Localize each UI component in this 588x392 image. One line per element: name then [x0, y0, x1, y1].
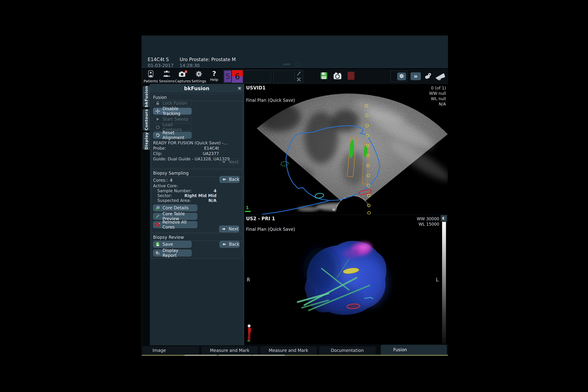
help-button[interactable]: ? Help	[206, 70, 223, 83]
tab-measure-and-mark-1[interactable]: Measure and Mark	[202, 346, 258, 354]
pencil-icon[interactable]	[296, 71, 302, 77]
expand-toolbar-button[interactable]: »	[410, 72, 421, 80]
biopsy-sampling-label: Biopsy Sampling	[153, 171, 189, 176]
disable-tracking-button[interactable]: Disable Tracking	[153, 108, 192, 114]
display-report-button[interactable]: Display Report	[153, 250, 192, 256]
arrow-right-icon	[221, 226, 226, 232]
remove-all-cores-label: Remove All Cores	[162, 220, 195, 230]
clear-annotation-icon[interactable]	[296, 77, 302, 83]
core-details-button[interactable]: Core Details	[153, 204, 197, 211]
toolbar-settings-button[interactable]	[397, 72, 406, 80]
brightness-icon[interactable]	[441, 215, 447, 222]
lock-fusion-button[interactable]: Lock Fusion	[153, 100, 192, 106]
divider-highlight	[184, 355, 217, 356]
patients-button[interactable]: Patients	[142, 70, 159, 83]
tab-image[interactable]: Image	[143, 346, 199, 354]
tab-documentation[interactable]: Documentation	[319, 346, 376, 354]
clip-value: UA2377	[187, 151, 219, 156]
ultrasound-image	[245, 84, 448, 214]
tab-fusion[interactable]: Fusion	[381, 345, 447, 355]
indicator-square	[288, 64, 290, 65]
settings-button[interactable]: Settings	[190, 70, 208, 83]
sampling-back-button[interactable]: Back	[220, 176, 240, 183]
remove-all-cores-button[interactable]: Remove All Cores	[153, 221, 197, 228]
prostate-3d-render	[245, 215, 448, 344]
target-contour	[280, 161, 289, 166]
side-tab-display[interactable]: Display	[143, 132, 150, 150]
sampling-back-label: Back	[229, 177, 239, 182]
load-contours-button[interactable]: Load Contours	[153, 124, 192, 130]
sessions-button[interactable]: Sessions	[158, 70, 175, 83]
cores-label: Cores::	[153, 178, 168, 183]
side-tab-bkfusion[interactable]: bkFusion	[143, 86, 150, 108]
biopsy-review-label: Biopsy Review	[153, 235, 184, 240]
exam-time: 14:28:30	[180, 63, 200, 68]
app-window: E14C4t S Uro Prostate: Prostate M 01-03-…	[142, 36, 448, 356]
us2-wl: WL 15000	[417, 222, 439, 227]
capture-thumb-6[interactable]: 6	[232, 70, 243, 83]
gear-icon	[195, 70, 203, 78]
exam-type: Uro Prostate: Prostate M	[180, 57, 236, 62]
biopsy-review-section: Biopsy Review Save Back Display Report	[151, 234, 242, 258]
us1-frame-count: 0 (of 1)	[429, 85, 446, 91]
reset-alignment-button[interactable]: Reset Alignment	[153, 132, 192, 139]
captures-badge: 1	[185, 70, 187, 73]
crosshair-icon	[155, 108, 160, 114]
start-sweep-button[interactable]: Start Sweep	[153, 116, 192, 122]
sessions-label: Sessions	[159, 79, 174, 83]
sector-label: Sector:	[157, 193, 172, 198]
core-details-label: Core Details	[162, 206, 188, 210]
panel-title: bkFusion	[150, 86, 244, 92]
play-icon	[155, 116, 160, 122]
patient-flag: S	[166, 57, 169, 62]
review-back-label: Back	[229, 242, 239, 247]
tab-fusion-label: Fusion	[393, 347, 407, 352]
bottom-tab-bar: Image Measure and Mark Measure and Mark …	[142, 345, 448, 355]
snapshot-button[interactable]	[333, 72, 342, 81]
us1-na: N/A	[429, 102, 446, 107]
close-icon[interactable]: ✖	[238, 86, 242, 91]
indicator-square	[286, 64, 288, 65]
lock-fusion-label: Lock Fusion	[162, 101, 187, 106]
sampling-next-button[interactable]: Next	[219, 226, 239, 232]
save-image-button[interactable]	[320, 72, 328, 81]
fusion-next-button[interactable]: Next	[219, 158, 239, 165]
save-button[interactable]: Save	[153, 241, 192, 248]
needle-icon	[155, 214, 160, 219]
us2-info: WW 30000 WL 15000	[417, 216, 439, 227]
clip-label: Clip:	[153, 151, 162, 156]
sector-value: Right Mid Mid	[183, 193, 216, 198]
probe-icon[interactable]	[424, 72, 432, 81]
fusion-section-label: Fusion	[153, 95, 167, 100]
active-core-label: Active Core:	[153, 184, 178, 188]
capture-thumb-5[interactable]: 5	[224, 70, 231, 82]
capture-thumb-6-label: 6	[235, 72, 240, 81]
captures-button[interactable]: 1 Captures	[174, 70, 191, 83]
fusion-status: READY FOR FUSION (Quick Save) -...	[153, 140, 227, 145]
arrow-left-icon	[222, 242, 227, 247]
side-tab-contours[interactable]: Contours	[143, 109, 150, 130]
tab-image-label: Image	[152, 348, 166, 353]
orientation-left: L	[436, 277, 439, 282]
bkfusion-panel: bkFusion ✖ Fusion Lock Fusion Disable Tr…	[150, 84, 244, 345]
desktop: E14C4t S Uro Prostate: Prostate M 01-03-…	[0, 0, 588, 392]
divider-highlight	[219, 355, 252, 356]
megaphone-icon[interactable]	[434, 72, 446, 82]
us1-title: USVID1	[246, 85, 266, 90]
indicator-square	[283, 64, 285, 65]
us1-wl: WL null	[429, 96, 446, 102]
review-back-button[interactable]: Back	[220, 241, 240, 248]
pill-indicator	[295, 62, 301, 66]
ultrasound-view-bottom[interactable]: US2 - PRI 1 Final Plan (Quick Save) WW 3…	[245, 215, 448, 344]
core-table-preview-button[interactable]: Core Table Preview	[153, 213, 197, 220]
patient-orientation-figure	[246, 324, 253, 343]
side-tab-bkfusion-label: bkFusion	[144, 86, 148, 107]
tab-documentation-label: Documentation	[331, 348, 364, 353]
fusion-next-label: Next	[228, 160, 238, 164]
grayscale-bar[interactable]	[442, 222, 446, 344]
grid-view-button[interactable]	[347, 72, 355, 81]
arrow-left-icon	[222, 177, 227, 182]
ultrasound-view-top[interactable]: USVID1 Final Plan (Quick Save) 0 (of 1) …	[245, 84, 448, 214]
tab-measure-and-mark-2[interactable]: Measure and Mark	[260, 346, 317, 354]
us2-ww: WW 30000	[417, 216, 439, 222]
